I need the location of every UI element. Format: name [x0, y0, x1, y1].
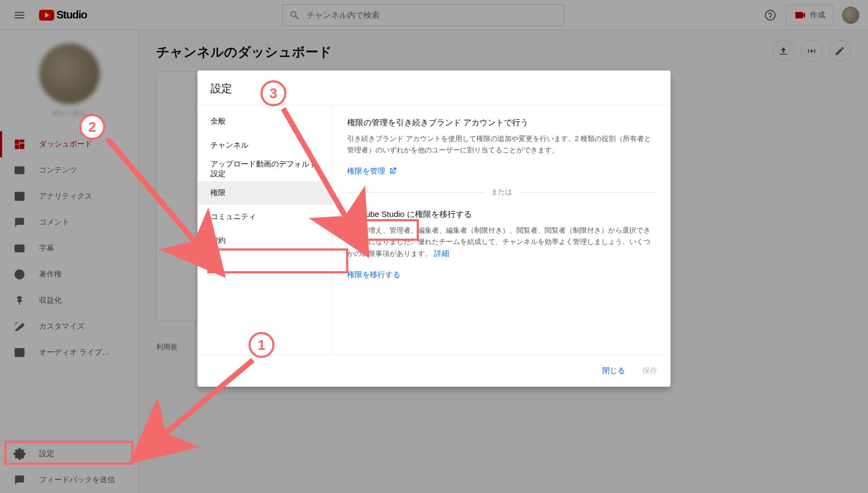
dnav-community[interactable]: コミュニティ	[197, 205, 331, 229]
dnav-permissions[interactable]: 権限	[197, 181, 331, 205]
open-external-icon	[388, 167, 397, 175]
or-label: または	[484, 187, 519, 198]
migrate-permissions-link[interactable]: 権限を移行する	[347, 268, 400, 280]
manage-permissions-link[interactable]: 権限を管理	[347, 165, 397, 177]
section1-body: 引き続きブランド アカウントを使用して権限の追加や変更を行います。2 種類の役割…	[347, 133, 655, 156]
section1-title: 権限の管理を引き続きブランド アカウントで行う	[347, 116, 655, 129]
dialog-title: 設定	[197, 71, 671, 105]
details-link[interactable]: 詳細	[434, 249, 449, 258]
dnav-general[interactable]: 全般	[197, 110, 331, 133]
dialog-footer: 閉じる 保存	[197, 355, 671, 387]
dialog-content: 権限の管理を引き続きブランド アカウントで行う 引き続きブランド アカウントを使…	[332, 105, 671, 355]
or-divider: または	[347, 187, 655, 198]
dnav-upload-defaults[interactable]: アップロード動画のデフォルト設定	[197, 157, 331, 181]
section2-body: 役割が増え、管理者、編集者、編集者（制限付き）、閲覧者、閲覧者（制限付き）から選…	[347, 225, 655, 260]
dnav-agreements[interactable]: 契約	[197, 229, 331, 253]
settings-dialog: 設定 全般 チャンネル アップロード動画のデフォルト設定 権限 コミュニティ 契…	[197, 71, 671, 387]
section2-body-text: 役割が増え、管理者、編集者、編集者（制限付き）、閲覧者、閲覧者（制限付き）から選…	[347, 226, 650, 258]
save-button[interactable]: 保存	[638, 362, 662, 380]
link-label: 権限を管理	[347, 165, 385, 177]
close-button[interactable]: 閉じる	[598, 362, 629, 380]
section2-title: YouTube Studio に権限を移行する	[347, 208, 655, 221]
dnav-channel[interactable]: チャンネル	[197, 133, 331, 157]
dialog-nav: 全般 チャンネル アップロード動画のデフォルト設定 権限 コミュニティ 契約	[197, 105, 332, 355]
